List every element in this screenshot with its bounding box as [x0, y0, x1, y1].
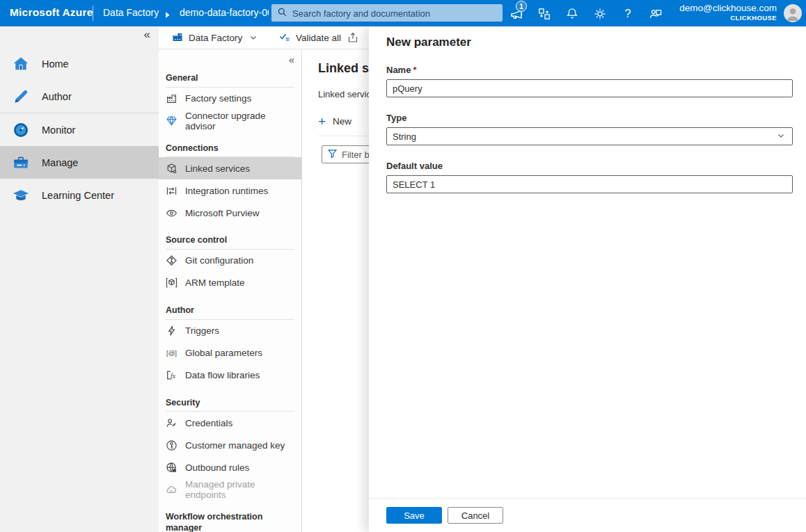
- sidebar-item-managed-private-endpoints: Managed private endpoints: [159, 478, 301, 501]
- sidebar-item-triggers[interactable]: Triggers: [159, 320, 301, 342]
- nav-item-label: Home: [42, 58, 69, 70]
- triggers-icon: [166, 325, 177, 337]
- section-header: Security: [159, 395, 301, 411]
- panel-title: New parameter: [386, 35, 806, 49]
- nav-item-label: Learning Center: [42, 190, 114, 201]
- help-icon[interactable]: ?: [619, 6, 636, 22]
- nav-item-monitor[interactable]: Monitor: [0, 113, 159, 146]
- sidebar-collapse-icon[interactable]: «: [289, 54, 294, 65]
- svg-text:fx: fx: [171, 372, 176, 380]
- manage-sidebar: « GeneralFactory settingsConnector upgra…: [159, 49, 302, 532]
- sidebar-item-label: Triggers: [185, 325, 219, 336]
- new-button-label: New: [333, 116, 351, 127]
- default-value-input[interactable]: [386, 175, 793, 193]
- avatar[interactable]: [784, 4, 802, 22]
- nav-item-learning-center[interactable]: Learning Center: [0, 179, 159, 211]
- sidebar-item-credentials[interactable]: Credentials: [159, 412, 301, 434]
- sidebar-item-global-parameters[interactable]: [@]Global parameters: [159, 342, 301, 364]
- cancel-button[interactable]: Cancel: [448, 507, 503, 524]
- nav-item-label: Author: [42, 91, 72, 102]
- account-info[interactable]: demo@clickhouse.com CLICKHOUSE: [679, 3, 777, 22]
- customer-managed-key-icon: [166, 440, 177, 451]
- switch-directory-icon[interactable]: [536, 6, 553, 22]
- learning-center-icon: [12, 186, 30, 204]
- sidebar-item-label: Global parameters: [185, 348, 262, 358]
- type-label: Type: [386, 113, 789, 123]
- sidebar-section-source-control: Source controlGit configurationARM templ…: [159, 232, 301, 294]
- feedback-icon[interactable]: [647, 6, 664, 22]
- sidebar-section-security: SecurityCredentialsCustomer managed keyO…: [159, 395, 301, 501]
- validate-all-label: Validate all: [296, 33, 341, 43]
- top-bar: Microsoft Azure Data Factory demo-data-f…: [0, 0, 806, 26]
- sidebar-item-label: Customer managed key: [185, 440, 285, 451]
- required-asterisk: *: [413, 65, 416, 75]
- sidebar-item-label: Credentials: [185, 418, 232, 428]
- topbar-divider: [93, 6, 93, 21]
- factory-selector[interactable]: Data Factory: [171, 26, 242, 49]
- sidebar-section-connections: ConnectionsLinked servicesIntegration ru…: [159, 140, 301, 225]
- arm-template-icon: [166, 277, 177, 289]
- sidebar-item-label: Data flow libraries: [185, 370, 260, 380]
- topbar-search: [271, 4, 503, 22]
- sidebar-item-customer-managed-key[interactable]: Customer managed key: [159, 434, 301, 456]
- breadcrumb-chevron-icon: [165, 9, 171, 22]
- sidebar-item-arm-template[interactable]: ARM template: [159, 272, 301, 294]
- sidebar-item-label: Outbound rules: [185, 462, 249, 473]
- sidebar-item-label: Integration runtimes: [185, 186, 268, 196]
- chevron-down-icon: [777, 131, 785, 142]
- nav-item-home[interactable]: Home: [0, 47, 159, 80]
- section-header: Source control: [159, 232, 301, 248]
- validate-all-button[interactable]: Validate all: [278, 26, 341, 49]
- type-select[interactable]: String: [386, 127, 793, 145]
- breadcrumb-resource[interactable]: demo-data-factory-00: [180, 7, 269, 18]
- notifications-bell-icon[interactable]: [564, 6, 580, 22]
- new-parameter-panel: New parameter Name* Type String Default …: [369, 26, 806, 532]
- credentials-icon: [166, 417, 177, 429]
- sidebar-item-label: Microsoft Purview: [185, 208, 260, 218]
- sidebar-item-git-configuration[interactable]: Git configuration: [159, 250, 301, 272]
- manage-icon: [12, 154, 30, 172]
- dataflow-libraries-icon: fx: [166, 369, 177, 381]
- azure-logo[interactable]: Microsoft Azure: [10, 6, 93, 19]
- search-icon: [277, 7, 287, 20]
- type-select-value: String: [393, 131, 777, 142]
- name-label: Name*: [386, 65, 789, 75]
- nav-item-label: Manage: [42, 157, 78, 168]
- nav-item-author[interactable]: Author: [0, 80, 159, 113]
- sidebar-item-data-flow-libraries[interactable]: fxData flow libraries: [159, 364, 301, 387]
- outbound-rules-icon: [166, 462, 177, 474]
- new-linked-service-button[interactable]: + New: [318, 115, 351, 128]
- name-input[interactable]: [386, 79, 793, 97]
- sidebar-item-label: Git configuration: [185, 255, 253, 266]
- sidebar-item-factory-settings[interactable]: Factory settings: [159, 88, 301, 110]
- left-nav-collapse-icon[interactable]: «: [144, 28, 150, 42]
- save-button[interactable]: Save: [386, 507, 442, 524]
- search-input[interactable]: [292, 8, 497, 19]
- sidebar-item-label: Connector upgrade advisor: [185, 111, 294, 131]
- export-template-icon[interactable]: [347, 26, 359, 49]
- managed-private-endpoints-icon: [166, 484, 177, 496]
- sidebar-item-connector-upgrade-advisor[interactable]: Connector upgrade advisor: [159, 110, 301, 132]
- sidebar-item-outbound-rules[interactable]: Outbound rules: [159, 456, 301, 478]
- left-nav: « HomeAuthorMonitorManageLearning Center: [0, 26, 159, 532]
- sidebar-item-linked-services[interactable]: Linked services: [159, 157, 301, 179]
- sidebar-item-label: Factory settings: [185, 93, 251, 104]
- account-email: demo@clickhouse.com: [679, 3, 777, 14]
- nav-item-manage[interactable]: Manage: [0, 146, 159, 179]
- sidebar-item-microsoft-purview[interactable]: Microsoft Purview: [159, 202, 301, 224]
- validate-icon: [278, 31, 291, 45]
- author-icon: [12, 88, 30, 106]
- section-header: General: [159, 70, 301, 86]
- breadcrumb-app[interactable]: Data Factory: [103, 7, 159, 18]
- factory-chevron-down-icon[interactable]: [249, 26, 258, 49]
- factory-icon: [171, 31, 184, 45]
- sidebar-item-integration-runtimes[interactable]: Integration runtimes: [159, 179, 301, 202]
- sidebar-section-workflow-orchestration-manager: Workflow orchestration manager: [159, 509, 301, 532]
- account-tenant: CLICKHOUSE: [679, 14, 777, 22]
- linked-services-icon: [166, 163, 177, 175]
- sidebar-item-label: Managed private endpoints: [185, 479, 294, 500]
- factory-settings-icon: [166, 92, 177, 104]
- section-header: Connections: [159, 140, 301, 156]
- purview-icon: [166, 207, 177, 219]
- settings-gear-icon[interactable]: [592, 6, 608, 22]
